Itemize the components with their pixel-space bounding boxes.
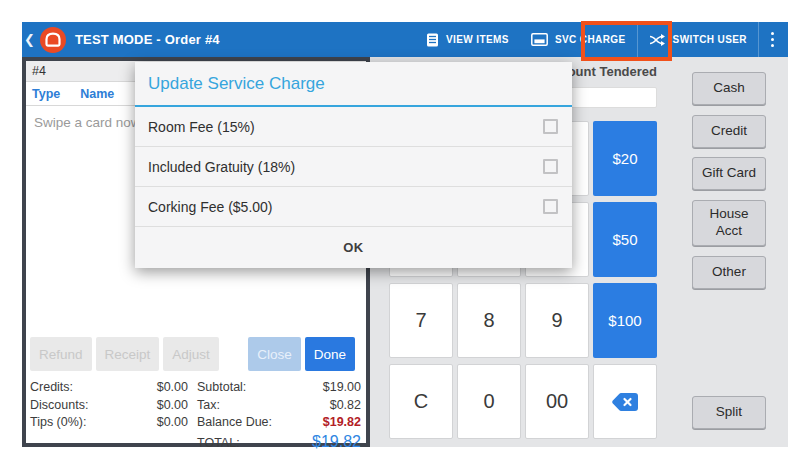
discounts-row: Discounts: $0.00 (30, 398, 188, 416)
tax-value: $0.82 (330, 398, 361, 412)
keypad-key-7[interactable]: 7 (389, 283, 453, 358)
subtotal-row: Subtotal: $19.00 (197, 380, 361, 398)
topbar-actions: VIEW ITEMS SVC CHARGE (415, 22, 786, 57)
shuffle-icon (649, 33, 666, 47)
dialog-title: Update Service Charge (135, 62, 572, 105)
tax-row: Tax: $0.82 (197, 398, 361, 416)
svc-charge-label: SVC CHARGE (555, 34, 626, 45)
svc-charge-button[interactable]: SVC CHARGE (520, 22, 637, 57)
totals-right-column: Subtotal: $19.00 Tax: $0.82 Balance Due:… (197, 380, 361, 450)
discounts-label: Discounts: (30, 398, 88, 412)
cash-button[interactable]: Cash (692, 72, 766, 105)
service-charge-option-included-gratuity[interactable]: Included Gratuity (18%) (135, 147, 572, 187)
gift-card-button[interactable]: Gift Card (692, 157, 766, 190)
keypad-key-backspace[interactable] (593, 364, 657, 439)
toast-logo-icon (40, 27, 66, 53)
column-type: Type (32, 87, 60, 101)
discounts-value: $0.00 (157, 398, 188, 412)
option-label: Included Gratuity (18%) (148, 159, 295, 175)
balance-due-label: Balance Due: (197, 415, 272, 429)
backspace-icon (611, 392, 639, 412)
view-items-label: VIEW ITEMS (446, 34, 509, 45)
cash-drawer-icon (531, 33, 548, 46)
update-service-charge-dialog: Update Service Charge Room Fee (15%) Inc… (135, 62, 572, 268)
balance-due-value: $19.82 (323, 415, 361, 429)
kebab-dot (771, 44, 774, 47)
total-row: TOTAL: $19.82 (197, 433, 361, 451)
adjust-button[interactable]: Adjust (163, 337, 219, 371)
window-title: TEST MODE - Order #4 (75, 32, 220, 47)
corking-fee-checkbox[interactable] (543, 199, 558, 214)
quick-cash-50-button[interactable]: $50 (593, 202, 657, 277)
kebab-dot (771, 32, 774, 35)
tips-value: $0.00 (157, 415, 188, 429)
room-fee-checkbox[interactable] (543, 119, 558, 134)
list-icon (426, 33, 439, 47)
switch-user-button[interactable]: SWITCH USER (638, 22, 758, 57)
quick-cash-100-button[interactable]: $100 (593, 283, 657, 358)
done-button[interactable]: Done (305, 337, 355, 371)
overflow-menu-button[interactable] (759, 22, 786, 57)
keypad-key-8[interactable]: 8 (457, 283, 521, 358)
quick-cash-20-button[interactable]: $20 (593, 121, 657, 196)
tips-label: Tips (0%): (30, 415, 87, 429)
keypad-key-0[interactable]: 0 (457, 364, 521, 439)
receipt-button[interactable]: Receipt (96, 337, 160, 371)
switch-user-label: SWITCH USER (673, 34, 747, 45)
service-charge-option-room-fee[interactable]: Room Fee (15%) (135, 107, 572, 147)
refund-button[interactable]: Refund (30, 337, 92, 371)
total-label: TOTAL: (197, 436, 240, 450)
column-name: Name (80, 87, 114, 101)
keypad-key-9[interactable]: 9 (525, 283, 589, 358)
credits-value: $0.00 (157, 380, 188, 394)
included-gratuity-checkbox[interactable] (543, 159, 558, 174)
keypad-key-clear[interactable]: C (389, 364, 453, 439)
option-label: Corking Fee ($5.00) (148, 199, 273, 215)
kebab-dot (771, 38, 774, 41)
credits-label: Credits: (30, 380, 73, 394)
credit-button[interactable]: Credit (692, 115, 766, 148)
close-button[interactable]: Close (248, 337, 301, 371)
tax-label: Tax: (197, 398, 220, 412)
back-chevron-icon[interactable]: ❮ (22, 32, 36, 47)
keypad-key-00[interactable]: 00 (525, 364, 589, 439)
top-bar: ❮ TEST MODE - Order #4 VIEW ITEMS (22, 22, 788, 57)
house-acct-button[interactable]: House Acct (692, 200, 766, 246)
subtotal-value: $19.00 (323, 380, 361, 394)
option-label: Room Fee (15%) (148, 119, 255, 135)
tips-row: Tips (0%): $0.00 (30, 415, 188, 433)
view-items-button[interactable]: VIEW ITEMS (415, 22, 520, 57)
ok-button[interactable]: OK (135, 227, 572, 267)
balance-due-row: Balance Due: $19.82 (197, 415, 361, 433)
totals-left-column: Credits: $0.00 Discounts: $0.00 Tips (0%… (30, 380, 188, 433)
credits-row: Credits: $0.00 (30, 380, 188, 398)
service-charge-option-corking-fee[interactable]: Corking Fee ($5.00) (135, 187, 572, 227)
order-actions: Refund Receipt Adjust Close Done (30, 337, 355, 371)
total-value: $19.82 (312, 433, 361, 451)
split-button[interactable]: Split (692, 396, 766, 429)
subtotal-label: Subtotal: (197, 380, 246, 394)
other-button[interactable]: Other (692, 256, 766, 289)
pos-screen: ❮ TEST MODE - Order #4 VIEW ITEMS (0, 0, 788, 475)
